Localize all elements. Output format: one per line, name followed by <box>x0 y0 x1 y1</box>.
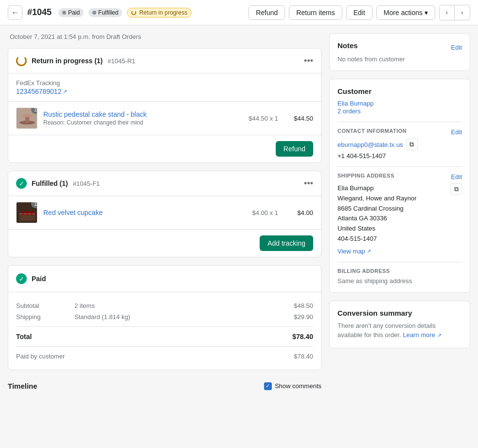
nav-btn-group: ‹ › <box>439 5 470 20</box>
show-comments-control: ✓ Show comments <box>264 382 321 390</box>
more-actions-button[interactable]: More actions ▾ <box>376 5 435 20</box>
shipping-section-label: SHIPPING ADDRESS <box>337 173 394 179</box>
order-date: October 7, 2021 at 1:54 p.m. from Draft … <box>8 33 321 40</box>
learn-more-external-icon: ↗ <box>437 333 442 339</box>
copy-address-button[interactable]: ⧉ <box>450 183 462 195</box>
shipping-street: 8685 Cardinal Crossing <box>337 204 417 214</box>
total-amount: $78.40 <box>292 333 313 340</box>
contact-edit-link[interactable]: Edit <box>451 128 462 136</box>
prev-order-button[interactable]: ‹ <box>439 5 455 20</box>
shipping-name: Elia Burnapp <box>337 183 417 194</box>
shipping-edit-link[interactable]: Edit <box>451 173 462 180</box>
shipping-country: United States <box>337 224 417 234</box>
subtotal-desc: 2 items <box>74 302 294 309</box>
badge-return: Return in progress <box>127 8 192 18</box>
chevron-down-icon: ▾ <box>425 9 428 17</box>
shipping-city-state: Atlanta GA 30336 <box>337 214 417 224</box>
fulfilled-item-total: $4.00 <box>284 209 313 216</box>
return-item-reason: Reason: Customer changed their mind <box>43 119 229 126</box>
return-card-menu-icon[interactable]: ••• <box>304 56 313 66</box>
fulfilled-item-details: Red velvet cupcake <box>43 209 229 216</box>
return-item-row: 1 Rustic pedestal cake stand - black Rea… <box>8 102 321 135</box>
return-card-title: Return in progress (1) <box>32 57 103 65</box>
contact-email-link[interactable]: eburnapp0@state.tx.us <box>337 141 403 148</box>
paid-divider-2 <box>16 346 313 347</box>
fulfilled-dot-icon <box>92 11 96 15</box>
return-item-total: $44.50 <box>284 115 313 122</box>
contact-info-header: CONTACT INFORMATION Edit <box>337 128 462 136</box>
return-progress-icon <box>131 10 136 15</box>
fulfilled-card-footer: Add tracking <box>8 230 321 257</box>
notes-edit-link[interactable]: Edit <box>451 44 462 51</box>
shipping-address-header: SHIPPING ADDRESS Edit <box>337 173 462 180</box>
notes-card-header: Notes Edit <box>337 41 462 54</box>
billing-same-as-text: Same as shipping address <box>337 277 412 285</box>
subtotal-amount: $48.50 <box>294 302 313 309</box>
paid-card-body: Subtotal 2 items $48.50 Shipping Standar… <box>8 292 321 370</box>
shipping-label: Shipping <box>16 313 74 321</box>
timeline-title: Timeline <box>8 382 37 390</box>
return-item-details: Rustic pedestal cake stand - black Reaso… <box>43 110 229 126</box>
subtotal-label: Subtotal <box>16 302 74 309</box>
shipping-amount: $29.90 <box>294 313 313 321</box>
show-comments-checkbox[interactable]: ✓ <box>264 382 272 390</box>
fulfilled-item-row: 1 Red velvet cupcake $4.00 x 1 $4.00 <box>8 196 321 230</box>
fulfilled-item-price: $4.00 x 1 <box>234 209 278 216</box>
paid-by-label: Paid by customer <box>16 353 74 360</box>
external-link-icon: ↗ <box>63 89 67 95</box>
return-item-price: $44.50 x 1 <box>234 115 278 122</box>
learn-more-link[interactable]: Learn more ↗ <box>403 331 441 339</box>
fulfilled-item-image: 1 <box>16 202 37 223</box>
paid-card: ✓ Paid Subtotal 2 items $48.50 Shipping … <box>8 265 321 370</box>
next-order-button[interactable]: › <box>455 5 470 20</box>
tracking-link[interactable]: 123456789012 ↗ <box>16 88 67 95</box>
contact-section-label: CONTACT INFORMATION <box>337 128 407 134</box>
edit-button[interactable]: Edit <box>346 5 372 20</box>
paid-dot-icon <box>62 11 66 15</box>
badge-paid: Paid <box>58 8 84 17</box>
customer-orders-link[interactable]: 2 orders <box>337 108 361 115</box>
view-map-external-icon: ↗ <box>367 248 371 254</box>
fulfilled-card-title: Fulfilled (1) <box>32 179 68 187</box>
billing-section-label: BILLING ADDRESS <box>337 268 462 274</box>
return-card-ref: #1045-R1 <box>107 57 135 65</box>
fulfilled-card-header: ✓ Fulfilled (1) #1045-F1 ••• <box>8 171 321 196</box>
paid-card-header: ✓ Paid <box>8 266 321 292</box>
refund-button[interactable]: Refund <box>248 5 285 20</box>
return-items-button[interactable]: Return items <box>289 5 342 20</box>
paid-divider <box>16 326 313 327</box>
fulfilled-item-name[interactable]: Red velvet cupcake <box>43 209 103 216</box>
order-id: #1045 <box>27 7 52 18</box>
total-row: Total $78.40 <box>16 331 313 342</box>
contact-email-row: eburnapp0@state.tx.us ⧉ <box>337 139 462 150</box>
top-actions: Refund Return items Edit More actions ▾ … <box>248 5 470 20</box>
fulfilled-card-ref: #1045-F1 <box>73 180 100 187</box>
back-button[interactable]: ← <box>8 5 22 20</box>
show-comments-label: Show comments <box>275 382 321 390</box>
refund-action-button[interactable]: Refund <box>276 141 313 157</box>
conversion-card: Conversion summary There aren't any conv… <box>329 301 470 348</box>
paid-card-title: Paid <box>32 275 46 283</box>
total-label: Total <box>16 333 74 340</box>
view-map-link[interactable]: View map ↗ <box>337 248 371 255</box>
shipping-phone: 404-515-1407 <box>337 234 417 244</box>
timeline-header: Timeline ✓ Show comments <box>8 378 321 394</box>
contact-phone-row: +1 404-515-1407 <box>337 152 462 160</box>
shipping-address-copy-row: Elia Burnapp Wiegand, Howe and Raynor 86… <box>337 183 462 244</box>
copy-email-button[interactable]: ⧉ <box>406 139 418 150</box>
fulfilled-card-menu-icon[interactable]: ••• <box>304 179 313 189</box>
shipping-desc: Standard (1.814 kg) <box>74 313 294 321</box>
customer-name-link[interactable]: Elia Burnapp <box>337 100 373 107</box>
tracking-label: FedEx Tracking <box>16 79 313 87</box>
return-item-name[interactable]: Rustic pedestal cake stand - black <box>43 110 146 118</box>
shipping-address-block: Elia Burnapp Wiegand, Howe and Raynor 86… <box>337 183 417 244</box>
top-bar: ← #1045 Paid Fulfilled Return in progres… <box>0 0 478 25</box>
return-card-header: Return in progress (1) #1045-R1 ••• <box>8 49 321 73</box>
return-item-image: 1 <box>16 108 37 129</box>
shipping-row: Shipping Standard (1.814 kg) $29.90 <box>16 311 313 323</box>
main-column: October 7, 2021 at 1:54 p.m. from Draft … <box>8 33 321 394</box>
notes-card: Notes Edit No notes from customer <box>329 33 470 71</box>
add-tracking-button[interactable]: Add tracking <box>260 235 313 251</box>
conversion-title: Conversion summary <box>337 309 462 317</box>
return-card-footer: Refund <box>8 135 321 162</box>
